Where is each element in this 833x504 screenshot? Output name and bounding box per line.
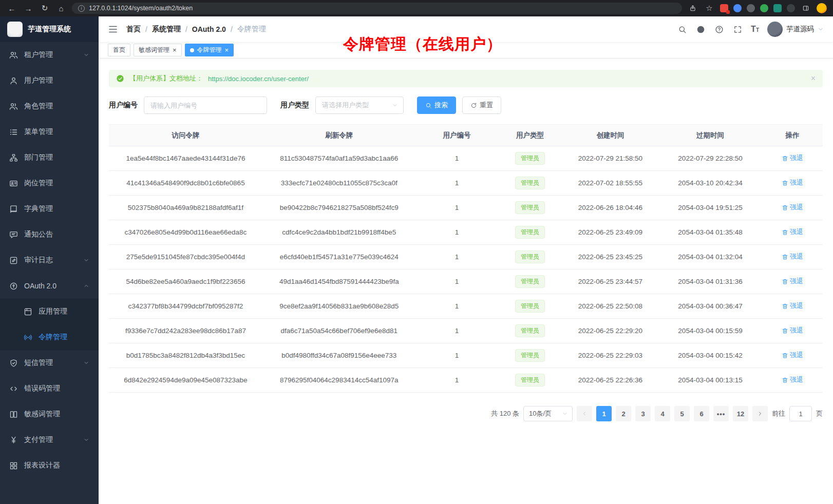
- access-token-cell: 275e5de9151045fe87cbdc395e004f4d: [109, 245, 262, 269]
- user-menu[interactable]: 芋道源码: [767, 22, 824, 37]
- close-icon[interactable]: ×: [173, 47, 177, 53]
- breadcrumb-item[interactable]: 系统管理: [152, 25, 181, 34]
- sidebar-item-menu[interactable]: 菜单管理: [0, 119, 99, 145]
- force-logout-button[interactable]: 强退: [782, 203, 803, 212]
- refresh-token-cell: 9ce8ef2aa9f14056b831ae9b608e28d5: [262, 294, 416, 319]
- force-logout-button[interactable]: 强退: [782, 375, 803, 384]
- page-button-1[interactable]: 1: [596, 406, 612, 421]
- force-logout-button[interactable]: 强退: [782, 277, 803, 286]
- share-icon[interactable]: [687, 3, 698, 14]
- sms-icon: [9, 359, 18, 367]
- sidebar-item-oauth2-token[interactable]: 令牌管理: [0, 324, 99, 350]
- sidebar-item-sms[interactable]: 短信管理: [0, 350, 99, 376]
- tab-home[interactable]: 首页: [108, 44, 130, 56]
- page-ellipsis[interactable]: •••: [713, 406, 729, 421]
- chevron-down-icon: [83, 257, 89, 263]
- expires-at-cell: 2054-03-04 01:32:04: [658, 245, 762, 269]
- help-icon[interactable]: [714, 24, 724, 34]
- refresh-icon[interactable]: ↻: [39, 3, 50, 14]
- side-panel-icon[interactable]: [800, 3, 811, 14]
- sidebar-item-error-code[interactable]: 错误码管理: [0, 376, 99, 401]
- search-icon[interactable]: [677, 24, 687, 34]
- goto-page-input[interactable]: [789, 406, 812, 421]
- breadcrumb-item[interactable]: 首页: [126, 25, 141, 34]
- chevron-down-icon: [562, 411, 568, 417]
- sidebar-item-label: 岗位管理: [24, 179, 89, 188]
- page-size-select[interactable]: 10条/页: [523, 406, 573, 421]
- browser-profile-avatar[interactable]: [817, 3, 827, 13]
- page-button-2[interactable]: 2: [616, 406, 631, 421]
- sidebar-item-role[interactable]: 角色管理: [0, 93, 99, 119]
- fullscreen-icon[interactable]: [732, 24, 743, 34]
- user-id-input[interactable]: [144, 96, 267, 114]
- force-logout-button[interactable]: 强退: [782, 153, 803, 163]
- created-at-cell: 2022-06-25 22:50:08: [562, 294, 659, 319]
- extension-icon[interactable]: [733, 4, 742, 12]
- sidebar-item-oauth2[interactable]: OAuth 2.0: [0, 273, 99, 299]
- refresh-token-cell: 8796295f04064c2983414cc54af1097a: [262, 368, 416, 393]
- search-button[interactable]: 搜索: [417, 96, 456, 114]
- user-type-placeholder: 请选择用户类型: [322, 101, 369, 110]
- sidebar-item-user[interactable]: 用户管理: [0, 68, 99, 93]
- extension-icon[interactable]: [787, 4, 795, 12]
- sidebar-item-sensitive-word[interactable]: 敏感词管理: [0, 401, 99, 427]
- breadcrumb-item[interactable]: OAuth 2.0: [192, 25, 226, 33]
- user-name: 芋道源码: [786, 25, 814, 34]
- extension-icon[interactable]: [747, 4, 755, 12]
- force-logout-button[interactable]: 强退: [782, 326, 803, 335]
- info-icon[interactable]: i: [78, 5, 85, 12]
- page-button-3[interactable]: 3: [635, 406, 651, 421]
- hamburger-icon[interactable]: [108, 24, 118, 34]
- sidebar-item-label: 通知公告: [24, 230, 89, 239]
- trash-icon: [782, 180, 788, 186]
- app-logo[interactable]: 芋道管理系统: [0, 16, 99, 42]
- created-at-cell: 2022-07-02 18:55:55: [562, 171, 659, 196]
- sidebar-item-dict[interactable]: 字典管理: [0, 196, 99, 222]
- page-button-5[interactable]: 5: [674, 406, 690, 421]
- force-logout-button[interactable]: 强退: [782, 351, 803, 360]
- bookmark-star-icon[interactable]: ☆: [704, 3, 715, 14]
- page-button-4[interactable]: 4: [655, 406, 670, 421]
- sidebar-item-dept[interactable]: 部门管理: [0, 145, 99, 170]
- sidebar-item-notice[interactable]: 通知公告: [0, 222, 99, 247]
- force-logout-button[interactable]: 强退: [782, 178, 803, 187]
- role-icon: [9, 102, 18, 111]
- force-logout-button[interactable]: 强退: [782, 252, 803, 261]
- close-icon[interactable]: ×: [811, 74, 816, 83]
- url-bar[interactable]: i 127.0.0.1:1024/system/oauth2/token: [72, 3, 682, 14]
- sidebar-item-post[interactable]: 岗位管理: [0, 170, 99, 196]
- user-type-select[interactable]: 请选择用户类型: [315, 96, 404, 114]
- page-button-12[interactable]: 12: [733, 406, 748, 421]
- sidebar-item-report-designer[interactable]: 报表设计器: [0, 453, 99, 478]
- forward-icon[interactable]: →: [23, 3, 34, 14]
- report-designer-icon: [9, 461, 18, 470]
- sidebar-item-audit-log[interactable]: 审计日志: [0, 247, 99, 273]
- refresh-token-cell: dfa6c71a50a54c66bef706ef9e6e8d81: [262, 319, 416, 343]
- force-logout-button[interactable]: 强退: [782, 301, 803, 311]
- home-icon[interactable]: ⌂: [55, 3, 67, 14]
- sidebar-item-oauth2-app[interactable]: 应用管理: [0, 299, 99, 324]
- sidebar-item-pay[interactable]: 支付管理: [0, 427, 99, 453]
- trash-icon: [782, 303, 788, 309]
- tab-sensitive-word[interactable]: 敏感词管理×: [134, 44, 182, 56]
- font-size-icon[interactable]: TT: [751, 25, 759, 33]
- breadcrumb: 首页/系统管理/OAuth 2.0/令牌管理: [126, 25, 266, 34]
- github-icon[interactable]: [695, 24, 706, 34]
- alert-link[interactable]: https://doc.iocoder.cn/user-center/: [208, 75, 309, 83]
- extension-icon[interactable]: [760, 4, 768, 12]
- tab-oauth2-token[interactable]: 令牌管理×: [185, 44, 234, 56]
- sidebar-item-label: 短信管理: [24, 358, 77, 367]
- force-logout-button[interactable]: 强退: [782, 227, 803, 237]
- prev-page-button[interactable]: [577, 406, 592, 421]
- close-icon[interactable]: ×: [225, 47, 229, 53]
- extension-icon[interactable]: [773, 4, 782, 12]
- next-page-button[interactable]: [752, 406, 768, 421]
- sidebar-item-tenant[interactable]: 租户管理: [0, 42, 99, 68]
- alert-text: 【用户体系】文档地址：: [129, 74, 203, 83]
- column-header: 刷新令牌: [262, 125, 416, 146]
- extension-icon[interactable]: [720, 4, 728, 12]
- back-icon[interactable]: ←: [6, 3, 17, 14]
- reset-button[interactable]: 重置: [462, 96, 501, 114]
- column-header: 创建时间: [562, 125, 659, 146]
- page-button-6[interactable]: 6: [694, 406, 709, 421]
